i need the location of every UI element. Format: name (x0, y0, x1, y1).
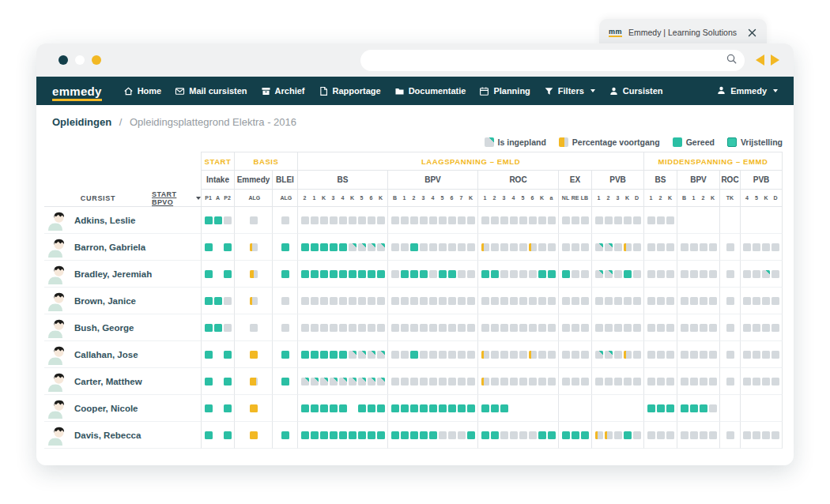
progress-cell[interactable] (448, 378, 456, 386)
progress-cell[interactable] (205, 270, 213, 278)
forward-button[interactable] (771, 55, 779, 66)
progress-cell[interactable] (624, 351, 632, 359)
progress-cell[interactable] (726, 270, 734, 278)
progress-cell[interactable] (519, 351, 527, 359)
progress-cell[interactable] (439, 297, 447, 305)
student-name[interactable]: Carter, Matthew (74, 377, 142, 386)
progress-cell[interactable] (458, 431, 466, 439)
progress-cell[interactable] (377, 404, 385, 412)
progress-cell[interactable] (458, 243, 466, 251)
progress-cell[interactable] (410, 431, 418, 439)
progress-cell[interactable] (681, 270, 689, 278)
progress-cell[interactable] (281, 431, 289, 439)
progress-cell[interactable] (467, 243, 475, 251)
progress-cell[interactable] (743, 431, 751, 439)
progress-cell[interactable] (562, 243, 570, 251)
progress-cell[interactable] (614, 351, 622, 359)
nav-item-rapportage[interactable]: Rapportage (319, 86, 381, 96)
progress-cell[interactable] (358, 351, 366, 359)
progress-cell[interactable] (301, 351, 309, 359)
progress-cell[interactable] (510, 297, 518, 305)
progress-cell[interactable] (320, 297, 328, 305)
progress-cell[interactable] (250, 216, 258, 224)
nav-item-archief[interactable]: Archief (261, 86, 305, 96)
progress-cell[interactable] (681, 351, 689, 359)
progress-cell[interactable] (214, 324, 222, 332)
progress-cell[interactable] (762, 243, 770, 251)
progress-cell[interactable] (410, 243, 418, 251)
progress-cell[interactable] (250, 270, 258, 278)
progress-cell[interactable] (657, 378, 665, 386)
progress-cell[interactable] (358, 216, 366, 224)
progress-cell[interactable] (368, 378, 375, 386)
nav-item-documentatie[interactable]: Documentatie (394, 86, 466, 96)
progress-cell[interactable] (224, 431, 232, 439)
progress-cell[interactable] (281, 270, 289, 278)
progress-cell[interactable] (429, 243, 437, 251)
progress-cell[interactable] (491, 378, 499, 386)
progress-cell[interactable] (762, 351, 770, 359)
progress-cell[interactable] (410, 216, 418, 224)
progress-cell[interactable] (420, 378, 428, 386)
progress-cell[interactable] (500, 324, 508, 332)
progress-cell[interactable] (595, 297, 603, 305)
progress-cell[interactable] (614, 216, 622, 224)
progress-cell[interactable] (458, 216, 466, 224)
progress-cell[interactable] (519, 324, 527, 332)
progress-cell[interactable] (368, 404, 375, 412)
nav-item-cursisten[interactable]: Cursisten (609, 86, 663, 96)
progress-cell[interactable] (562, 270, 570, 278)
progress-cell[interactable] (500, 378, 508, 386)
progress-cell[interactable] (448, 243, 456, 251)
progress-cell[interactable] (538, 431, 546, 439)
progress-cell[interactable] (281, 297, 289, 305)
progress-cell[interactable] (595, 351, 603, 359)
progress-cell[interactable] (330, 216, 338, 224)
progress-cell[interactable] (510, 431, 518, 439)
progress-cell[interactable] (529, 378, 537, 386)
progress-cell[interactable] (605, 431, 613, 439)
progress-cell[interactable] (420, 404, 428, 412)
progress-cell[interactable] (401, 270, 409, 278)
progress-cell[interactable] (330, 431, 338, 439)
progress-cell[interactable] (491, 324, 499, 332)
progress-cell[interactable] (743, 270, 751, 278)
progress-cell[interactable] (772, 297, 779, 305)
progress-cell[interactable] (624, 270, 632, 278)
progress-cell[interactable] (420, 243, 428, 251)
progress-cell[interactable] (358, 431, 366, 439)
progress-cell[interactable] (538, 297, 546, 305)
progress-cell[interactable] (224, 351, 232, 359)
progress-cell[interactable] (581, 431, 589, 439)
progress-cell[interactable] (311, 297, 319, 305)
nav-item-mail-cursisten[interactable]: Mail cursisten (175, 86, 247, 96)
user-menu[interactable]: Emmedy (716, 85, 778, 97)
progress-cell[interactable] (467, 431, 475, 439)
progress-cell[interactable] (633, 243, 641, 251)
progress-cell[interactable] (330, 270, 338, 278)
progress-cell[interactable] (281, 324, 289, 332)
progress-cell[interactable] (349, 378, 357, 386)
progress-cell[interactable] (224, 297, 232, 305)
progress-cell[interactable] (500, 243, 508, 251)
progress-cell[interactable] (467, 378, 475, 386)
progress-cell[interactable] (391, 297, 399, 305)
progress-cell[interactable] (753, 243, 760, 251)
progress-cell[interactable] (301, 431, 309, 439)
progress-cell[interactable] (311, 351, 319, 359)
progress-cell[interactable] (753, 270, 760, 278)
progress-cell[interactable] (772, 243, 779, 251)
progress-cell[interactable] (772, 270, 779, 278)
progress-cell[interactable] (624, 243, 632, 251)
progress-cell[interactable] (214, 216, 222, 224)
progress-cell[interactable] (666, 270, 674, 278)
progress-cell[interactable] (205, 243, 213, 251)
progress-cell[interactable] (349, 216, 357, 224)
progress-cell[interactable] (548, 351, 556, 359)
progress-cell[interactable] (538, 216, 546, 224)
progress-cell[interactable] (743, 297, 751, 305)
progress-cell[interactable] (481, 270, 489, 278)
progress-cell[interactable] (647, 351, 655, 359)
progress-cell[interactable] (700, 431, 707, 439)
progress-cell[interactable] (753, 297, 760, 305)
